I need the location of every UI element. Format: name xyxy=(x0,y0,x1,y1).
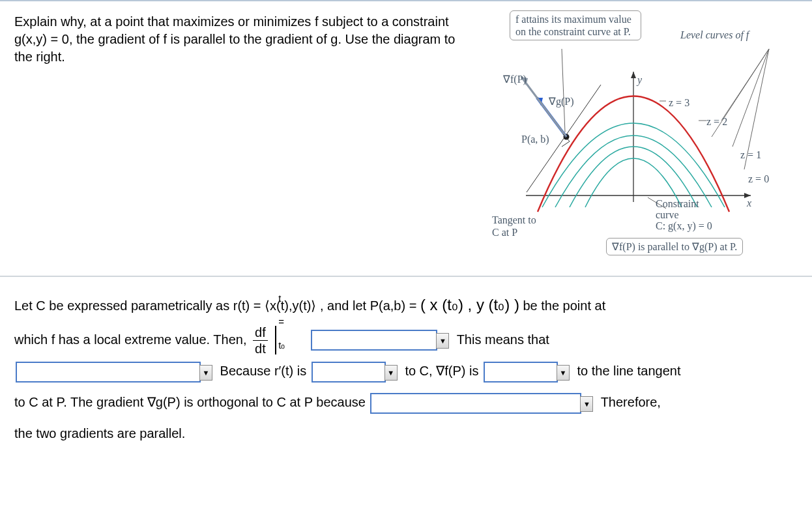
chevron-down-icon: ▼ xyxy=(384,365,398,381)
diagram-callout-top: f attains its maximum value on the const… xyxy=(510,10,641,40)
diagram-callout-bottom: ∇f(P) is parallel to ∇g(P) at P. xyxy=(606,238,743,255)
section-divider xyxy=(0,276,812,277)
diagram-z3-label: z = 3 xyxy=(669,96,689,109)
sol-rt-def: r(t) = ⟨x(t),y(t)⟩ xyxy=(233,298,317,313)
top-section: Explain why, at a point that maximizes o… xyxy=(0,1,812,270)
dropdown-blank-3[interactable]: ▼ xyxy=(312,362,386,383)
svg-line-16 xyxy=(562,49,565,132)
diagram-grad-f-label: ∇f(P) xyxy=(503,73,527,85)
sol-text-line5: the two gradients are parallel. xyxy=(14,426,185,441)
chevron-down-icon: ▼ xyxy=(436,333,449,349)
question-text: Explain why, at a point that maximizes o… xyxy=(14,13,457,66)
sol-text-bepoint: be the point at xyxy=(523,298,605,313)
diagram-z0-label: z = 0 xyxy=(748,173,769,185)
evaluation-subscript: t = t₀ xyxy=(278,287,285,357)
dropdown-blank-1[interactable]: ▼ xyxy=(311,330,437,351)
diagram: f attains its maximum value on the const… xyxy=(464,13,798,270)
sol-text-line4a: to C at P. The gradient ∇g(P) is orthogo… xyxy=(14,395,366,409)
sol-p-def: ( x (t₀) , y (t₀) ) xyxy=(420,296,519,313)
dropdown-blank-4[interactable]: ▼ xyxy=(484,362,558,383)
fraction-num: df xyxy=(253,326,268,341)
evaluation-bar: t = t₀ xyxy=(275,326,276,354)
chevron-down-icon: ▼ xyxy=(580,396,593,412)
sol-text-line3d: to the line tangent xyxy=(577,364,681,378)
diagram-z2-label: z = 2 xyxy=(706,115,727,128)
diagram-z1-label: z = 1 xyxy=(740,149,761,161)
dropdown-blank-5[interactable]: ▼ xyxy=(370,393,581,414)
solution-paragraph: Let C be expressed parametrically as r(t… xyxy=(0,286,812,449)
sol-text-line2a: which f has a local extreme value. Then, xyxy=(14,332,250,347)
fraction-den: dt xyxy=(253,341,268,355)
chevron-down-icon: ▼ xyxy=(199,365,212,381)
sol-text-line4b: Therefore, xyxy=(601,395,661,409)
diagram-grad-g-label: ∇g(P) xyxy=(549,95,574,108)
sol-text-line3b: Because r′(t) is xyxy=(220,364,307,378)
dropdown-blank-2[interactable]: ▼ xyxy=(16,362,201,383)
diagram-y-axis-label: y xyxy=(637,74,642,86)
svg-marker-1 xyxy=(631,72,636,78)
fraction-dfdt: df dt xyxy=(253,326,268,355)
diagram-level-curves-label: Level curves of f xyxy=(680,29,749,41)
diagram-tangent-label: Tangent to C at P xyxy=(492,214,544,238)
sol-text-line2c: This means that xyxy=(457,332,549,347)
sol-text-line3c: to C, ∇f(P) is xyxy=(405,364,478,378)
chevron-down-icon: ▼ xyxy=(557,365,570,381)
diagram-constraint-label3: C: g(x, y) = 0 xyxy=(656,220,712,232)
page-root: Explain why, at a point that maximizes o… xyxy=(0,0,812,520)
sol-text-andlet: , and let P(a,b) = xyxy=(320,298,420,313)
diagram-x-axis-label: x xyxy=(747,197,751,209)
sol-text-lead: Let C be expressed parametrically as xyxy=(14,298,233,313)
diagram-point-label: P(a, b) xyxy=(521,133,549,145)
svg-line-6 xyxy=(732,49,769,147)
